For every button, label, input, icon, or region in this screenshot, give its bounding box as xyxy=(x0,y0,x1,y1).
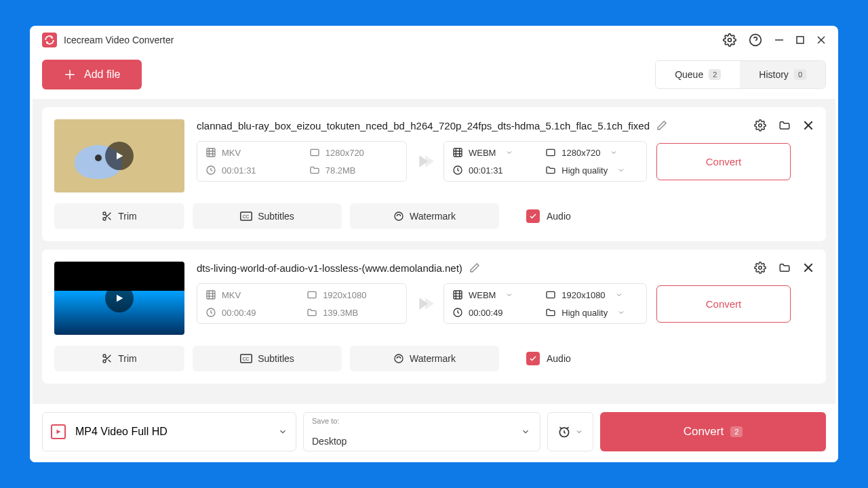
settings-icon[interactable] xyxy=(723,33,736,47)
svg-point-64 xyxy=(395,354,403,363)
chevron-down-icon xyxy=(278,427,288,436)
chevron-down-icon xyxy=(617,308,625,317)
cc-icon: CC xyxy=(240,211,252,221)
convert-all-label: Convert xyxy=(684,425,724,439)
edit-title-icon[interactable] xyxy=(469,262,480,273)
source-size: 139.3MB xyxy=(323,308,358,318)
convert-item-button[interactable]: Convert xyxy=(656,285,791,323)
open-folder-icon[interactable] xyxy=(778,119,791,131)
svg-text:CC: CC xyxy=(243,357,250,361)
svg-rect-13 xyxy=(207,148,215,157)
watermark-button[interactable]: Watermark xyxy=(350,203,499,229)
subtitles-button[interactable]: CCSubtitles xyxy=(193,346,342,371)
folder-icon xyxy=(545,307,556,318)
saveto-value: Desktop xyxy=(312,436,532,447)
output-resolution-select[interactable]: 1920x1080 xyxy=(545,289,638,300)
remove-item-icon[interactable] xyxy=(803,262,814,274)
folder-icon xyxy=(309,165,320,176)
toolbar: Add file Queue 2 History 0 xyxy=(30,54,838,99)
subtitles-button[interactable]: CCSubtitles xyxy=(193,203,342,229)
chevron-down-icon xyxy=(505,291,513,299)
schedule-button[interactable] xyxy=(547,412,593,451)
check-icon xyxy=(529,212,537,220)
film-icon xyxy=(205,147,216,158)
video-thumbnail[interactable] xyxy=(54,262,184,335)
add-file-button[interactable]: Add file xyxy=(42,60,142,89)
convert-item-button[interactable]: Convert xyxy=(656,143,791,180)
output-format-select[interactable]: WEBM xyxy=(452,147,526,158)
output-preset-select[interactable]: MP4 Video Full HD xyxy=(42,412,296,451)
svg-rect-4 xyxy=(797,37,804,43)
convert-all-button[interactable]: Convert 2 xyxy=(600,412,826,451)
svg-point-36 xyxy=(395,212,403,220)
folder-icon xyxy=(545,165,556,176)
close-icon[interactable] xyxy=(816,35,826,45)
film-icon xyxy=(205,289,216,300)
remove-item-icon[interactable] xyxy=(803,119,814,131)
saveto-label: Save to: xyxy=(312,417,532,425)
queue-list[interactable]: clannad_blu-ray_box_eizou_tokuten_nced_b… xyxy=(33,99,835,404)
watermark-button[interactable]: Watermark xyxy=(350,346,499,371)
svg-rect-27 xyxy=(547,149,555,155)
file-title: dts-living-world-of-audio-v1-lossless-(w… xyxy=(197,262,462,274)
resolution-icon xyxy=(307,289,317,300)
folder-icon xyxy=(307,307,317,318)
video-thumbnail[interactable] xyxy=(54,119,184,192)
audio-checkbox[interactable]: Audio xyxy=(526,352,571,365)
output-duration: 00:01:31 xyxy=(452,165,526,176)
trim-button[interactable]: Trim xyxy=(54,346,184,371)
source-info: MKV 868x488 00:01:31 78.2MB xyxy=(197,141,407,182)
output-format-select[interactable]: WEBM xyxy=(452,289,526,300)
output-resolution-select[interactable]: 868x488 xyxy=(545,147,638,158)
app-window: Icecream Video Converter Add file Queue … xyxy=(30,26,838,462)
tab-queue[interactable]: Queue 2 xyxy=(656,61,740,88)
svg-marker-65 xyxy=(57,430,61,434)
svg-line-32 xyxy=(108,218,111,220)
history-badge: 0 xyxy=(794,69,806,80)
file-title: clannad_blu-ray_box_eizou_tokuten_nced_b… xyxy=(197,120,650,131)
svg-rect-55 xyxy=(547,291,555,298)
queue-item: clannad_blu-ray_box_eizou_tokuten_nced_b… xyxy=(42,107,826,241)
svg-marker-37 xyxy=(117,295,123,302)
save-to-select[interactable]: Save to: Desktop xyxy=(303,412,540,451)
maximize-icon[interactable] xyxy=(796,36,804,44)
edit-title-icon[interactable] xyxy=(656,120,667,131)
tab-history[interactable]: History 0 xyxy=(740,61,825,88)
source-format: MKV xyxy=(222,148,241,158)
tab-queue-label: Queue xyxy=(675,69,703,80)
svg-point-10 xyxy=(759,124,762,127)
source-duration: 00:01:31 xyxy=(222,165,256,176)
alarm-clock-icon xyxy=(557,425,571,439)
scissors-icon xyxy=(102,211,113,222)
trim-button[interactable]: Trim xyxy=(54,203,184,229)
video-preset-icon xyxy=(51,424,66,439)
help-icon[interactable] xyxy=(749,33,762,47)
audio-label: Audio xyxy=(547,353,571,364)
svg-line-68 xyxy=(567,427,569,428)
resolution-icon xyxy=(545,147,556,158)
cc-icon: CC xyxy=(240,354,252,363)
check-icon xyxy=(529,354,537,363)
clock-icon xyxy=(205,165,216,176)
minimize-icon[interactable] xyxy=(774,35,784,45)
open-folder-icon[interactable] xyxy=(778,262,791,274)
svg-text:CC: CC xyxy=(243,214,250,219)
source-size: 78.2MB xyxy=(326,165,356,176)
svg-marker-49 xyxy=(425,298,434,309)
film-icon xyxy=(452,147,463,158)
item-settings-icon[interactable] xyxy=(754,262,766,274)
source-duration: 00:00:49 xyxy=(222,308,256,318)
output-quality-select[interactable]: High quality xyxy=(545,165,638,176)
resolution-icon xyxy=(545,289,556,300)
svg-line-60 xyxy=(108,360,111,363)
svg-line-33 xyxy=(106,214,108,216)
titlebar: Icecream Video Converter xyxy=(30,26,838,54)
audio-checkbox[interactable]: Audio xyxy=(526,209,571,223)
output-info: WEBM 1920x1080 00:00:49 High quality xyxy=(443,283,647,324)
item-settings-icon[interactable] xyxy=(754,119,766,131)
svg-point-38 xyxy=(759,266,762,270)
play-icon xyxy=(105,142,134,170)
output-quality-select[interactable]: High quality xyxy=(545,307,638,318)
source-resolution: 868x488 xyxy=(326,148,364,158)
chevron-down-icon xyxy=(610,148,618,157)
